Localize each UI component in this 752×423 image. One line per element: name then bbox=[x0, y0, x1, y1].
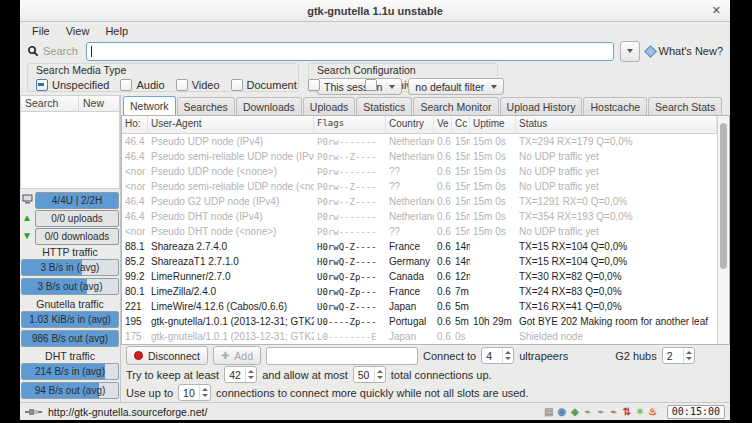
traffic-bar: 3 B/s in (avg) bbox=[21, 259, 119, 276]
search-input[interactable] bbox=[87, 43, 613, 60]
whats-new-link[interactable]: What's New? bbox=[646, 45, 723, 57]
column-header-ve[interactable]: Ve bbox=[434, 116, 452, 133]
cell-uptime: 15m 0s bbox=[470, 196, 516, 207]
g2-hubs-spinner[interactable]: 2 bbox=[662, 347, 695, 364]
cell-flags: P0rw--Z---- bbox=[314, 182, 386, 192]
media-option-video[interactable]: Video bbox=[176, 79, 220, 91]
tab-search-stats[interactable]: Search Stats bbox=[648, 97, 722, 115]
tab-upload-history[interactable]: Upload History bbox=[500, 97, 583, 115]
spinner-buttons[interactable] bbox=[245, 367, 256, 382]
column-header-host[interactable]: Ho: bbox=[122, 116, 148, 133]
table-row[interactable]: 80.1LimeZilla/2.4.0U0rwQ-Zp---France0.67… bbox=[122, 284, 717, 299]
cell-host: 99.2 bbox=[122, 271, 148, 282]
table-row[interactable]: <norPseudo semi-reliable UDP node (<none… bbox=[122, 179, 717, 194]
spinner-buttons[interactable] bbox=[502, 348, 513, 363]
menu-file[interactable]: File bbox=[24, 24, 58, 38]
table-row[interactable]: <norPseudo UDP node (<none>)P0rw-------?… bbox=[122, 164, 717, 179]
column-header-country[interactable]: Country bbox=[386, 116, 434, 133]
cell-agent: Pseudo semi-reliable UDP node (<none>) bbox=[148, 181, 314, 192]
g2-hubs-label: G2 hubs bbox=[615, 350, 657, 362]
cell-host: <nor bbox=[122, 181, 148, 192]
cell-uptime: 15m 0s bbox=[470, 181, 516, 192]
media-option-document[interactable]: Document bbox=[231, 79, 297, 91]
cell-status: No UDP traffic yet bbox=[516, 151, 717, 162]
peers-button[interactable]: 4/4U | 2/2H bbox=[35, 192, 119, 209]
use-up-to-suffix: connections to connect more quickly whil… bbox=[216, 387, 528, 399]
table-row[interactable]: 46.4Pseudo semi-reliable UDP node (IPv4)… bbox=[122, 149, 717, 164]
table-row[interactable]: 85.2ShareazaT1 2.7.1.0H0rwQ-Z----Germany… bbox=[122, 254, 717, 269]
cell-country: Canada bbox=[386, 271, 434, 282]
keep-spinner[interactable]: 42 bbox=[224, 366, 257, 383]
tab-searches[interactable]: Searches bbox=[177, 97, 235, 115]
chevron-down-icon bbox=[389, 85, 395, 89]
table-row[interactable]: 99.2LimeRunner/2.7.0U0rwQ-Zp---Canada0.6… bbox=[122, 269, 717, 284]
table-row[interactable]: 88.1Shareaza 2.7.4.0H0rwQ-Z----France0.6… bbox=[122, 239, 717, 254]
column-header-status[interactable]: Status bbox=[516, 116, 717, 133]
bar-label: 214 B/s in (avg) bbox=[35, 366, 105, 377]
cell-status: TX=354 RX=193 Q=0,0% bbox=[516, 211, 717, 222]
filter-combo[interactable]: no default filter bbox=[408, 78, 504, 95]
use-up-to-value: 10 bbox=[179, 387, 199, 399]
vertical-scrollbar[interactable] bbox=[717, 116, 729, 344]
window-title: gtk-gnutella 1.1u unstable bbox=[307, 5, 443, 17]
media-option-label: Audio bbox=[136, 79, 164, 91]
cell-ve: 0.6 bbox=[434, 166, 452, 177]
cell-agent: Shareaza 2.7.4.0 bbox=[148, 241, 314, 252]
media-option-audio[interactable]: Audio bbox=[120, 79, 164, 91]
table-row[interactable]: 46.4Pseudo UDP node (IPv4)P0rw-------Net… bbox=[122, 134, 717, 149]
cell-agent: LimeRunner/2.7.0 bbox=[148, 271, 314, 282]
uploads-button[interactable]: 0/0 uploads bbox=[35, 210, 119, 227]
ultrapeers-spinner[interactable]: 4 bbox=[481, 347, 514, 364]
spinner-buttons[interactable] bbox=[199, 385, 210, 400]
column-header-agent[interactable]: User-Agent bbox=[148, 116, 314, 133]
allow-spinner[interactable]: 50 bbox=[353, 366, 386, 383]
table-row[interactable]: 46.4Pseudo G2 UDP node (IPv4)P0rw--Z----… bbox=[122, 194, 717, 209]
add-label: Add bbox=[234, 350, 253, 362]
media-option-unspecified[interactable]: Unspecified bbox=[36, 79, 109, 91]
column-header-search[interactable]: Search bbox=[21, 96, 79, 111]
cell-agent: Pseudo semi-reliable UDP node (IPv4) bbox=[148, 151, 314, 162]
cell-agent: LimeZilla/2.4.0 bbox=[148, 286, 314, 297]
cell-host: 46.4 bbox=[122, 211, 148, 222]
tab-uploads[interactable]: Uploads bbox=[303, 97, 356, 115]
spinner-buttons[interactable] bbox=[683, 348, 694, 363]
tab-hostcache[interactable]: Hostcache bbox=[583, 97, 647, 115]
cell-cc: 14m bbox=[452, 256, 470, 267]
downloads-button[interactable]: 0/0 downloads bbox=[35, 228, 119, 245]
menu-view[interactable]: View bbox=[58, 24, 98, 38]
add-node-button[interactable]: ✚ Add bbox=[213, 346, 261, 365]
column-header-cc[interactable]: Cc bbox=[452, 116, 470, 133]
table-row[interactable]: <norPseudo DHT node (<none>)P0rw-------?… bbox=[122, 224, 717, 239]
use-up-to-spinner[interactable]: 10 bbox=[178, 384, 211, 401]
uptime-clock: 00:15:00 bbox=[667, 405, 725, 419]
column-header-uptime[interactable]: Uptime bbox=[470, 116, 516, 133]
search-history-button[interactable] bbox=[620, 41, 640, 62]
tab-search-monitor[interactable]: Search Monitor bbox=[413, 97, 498, 115]
media-option-label: Video bbox=[192, 79, 220, 91]
column-header-flags[interactable]: Flags bbox=[314, 116, 386, 133]
session-combo[interactable]: This session bbox=[317, 78, 402, 95]
sidebar-stats: 4/4U | 2/2H ▲ 0/0 uploads ▼ 0/0 download… bbox=[20, 189, 120, 402]
table-row[interactable]: 175gtk-gnutella/1.0.1 (2013-12-31; GTK2;… bbox=[122, 329, 717, 344]
tab-statistics[interactable]: Statistics bbox=[356, 97, 412, 115]
spinner-buttons[interactable] bbox=[374, 367, 385, 382]
titlebar[interactable]: gtk-gnutella 1.1u unstable ✕ bbox=[20, 0, 730, 22]
cell-cc: 15m bbox=[452, 181, 470, 192]
table-row[interactable]: 195gtk-gnutella/1.0.1 (2013-12-31; GTK2;… bbox=[122, 314, 717, 329]
disconnect-button[interactable]: Disconnect bbox=[126, 346, 208, 365]
tab-network[interactable]: Network bbox=[123, 96, 176, 115]
scrollbar-thumb[interactable] bbox=[720, 123, 727, 269]
cell-status: No UDP traffic yet bbox=[516, 226, 717, 237]
search-list[interactable] bbox=[20, 112, 120, 189]
table-row[interactable]: 221LimeWire/4.12.6 (Cabos/0.6.6)U0rwQ-Z-… bbox=[122, 299, 717, 314]
menu-help[interactable]: Help bbox=[97, 24, 136, 38]
tab-downloads[interactable]: Downloads bbox=[236, 97, 302, 115]
updown-arrows-icon: ⇅ bbox=[621, 406, 633, 418]
table-row[interactable]: 46.4Pseudo DHT node (IPv4)P0rw-------Net… bbox=[122, 209, 717, 224]
cell-agent: Pseudo UDP node (IPv4) bbox=[148, 136, 314, 147]
column-header-new[interactable]: New bbox=[79, 96, 119, 111]
close-icon[interactable]: ✕ bbox=[712, 4, 721, 16]
cell-agent: Pseudo DHT node (<none>) bbox=[148, 226, 314, 237]
cell-country: Netherlands bbox=[386, 211, 434, 222]
add-node-input[interactable] bbox=[266, 347, 418, 365]
